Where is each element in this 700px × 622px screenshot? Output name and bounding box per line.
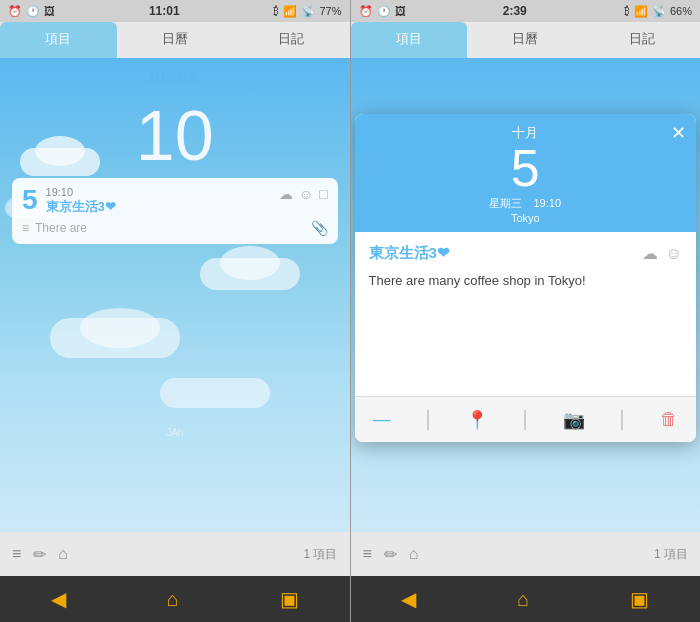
image-icon: 🖼 <box>44 5 55 17</box>
right-pencil-icon[interactable]: ✏ <box>384 545 397 564</box>
left-sky-background: DIARY 10 5 19:10 東京生活3❤ ☁ ☺ □ <box>0 58 350 532</box>
popup-header: 十月 5 星期三 19:10 Tokyo ✕ <box>355 114 697 232</box>
entry-details: 19:10 東京生活3❤ <box>46 186 116 216</box>
entry-left: 5 19:10 東京生活3❤ <box>22 186 116 216</box>
preview-text: There are <box>35 221 87 235</box>
right-sky-background: 十月 5 星期三 19:10 Tokyo ✕ 東京生活3❤ ☁ ☺ There … <box>351 58 701 532</box>
left-tab-calendar[interactable]: 日曆 <box>117 22 234 58</box>
popup-location: Tokyo <box>369 212 683 224</box>
popup-overlay: 十月 5 星期三 19:10 Tokyo ✕ 東京生活3❤ ☁ ☺ There … <box>355 114 697 442</box>
footer-divider-1 <box>427 410 429 430</box>
right-hamburger-icon[interactable]: ≡ <box>363 545 372 563</box>
entry-preview: ≡ There are <box>22 221 87 235</box>
left-status-bar: ⏰ 🕐 🖼 11:01 ₿ 📶 📡 77% <box>0 0 350 22</box>
popup-trash-icon[interactable]: 🗑 <box>660 409 678 430</box>
left-panel: ⏰ 🕐 🖼 11:01 ₿ 📶 📡 77% 項目 日曆 日記 <box>0 0 350 622</box>
popup-footer: — 📍 📷 🗑 <box>355 396 697 442</box>
left-android-nav: ◀ ⌂ ▣ <box>0 576 350 622</box>
entry-title: 東京生活3❤ <box>46 198 116 216</box>
right-android-nav: ◀ ⌂ ▣ <box>351 576 701 622</box>
right-tab-bar: 項目 日曆 日記 <box>351 22 701 58</box>
clock-icon: 🕐 <box>26 5 40 18</box>
popup-entry-icons: ☁ ☺ <box>642 244 682 263</box>
right-nav-icons: ≡ ✏ ⌂ <box>363 545 419 564</box>
entry-card[interactable]: 5 19:10 東京生活3❤ ☁ ☺ □ ≡ There are 📎 <box>12 178 338 244</box>
right-status-left: ⏰ 🕐 🖼 <box>359 5 406 18</box>
popup-body[interactable]: 東京生活3❤ ☁ ☺ There are many coffee shop in… <box>355 232 697 396</box>
close-button[interactable]: ✕ <box>671 122 686 144</box>
popup-minus-icon[interactable]: — <box>373 409 391 430</box>
right-status-bar: ⏰ 🕐 🖼 2:39 ₿ 📶 📡 66% <box>351 0 701 22</box>
right-signal-icon: 📡 <box>652 5 666 18</box>
right-alarm-icon: ⏰ <box>359 5 373 18</box>
right-home-button[interactable]: ⌂ <box>517 588 529 611</box>
popup-content: There are many coffee shop in Tokyo! <box>369 271 683 292</box>
right-battery-label: 66% <box>670 5 692 17</box>
entry-bottom: ≡ There are 📎 <box>22 220 328 236</box>
smile-icon: ☺ <box>299 186 313 202</box>
signal-icon: 📡 <box>301 5 315 18</box>
right-tab-calendar[interactable]: 日曆 <box>467 22 584 58</box>
battery-label: 77% <box>319 5 341 17</box>
checkbox-icon: □ <box>319 186 327 202</box>
right-bottom-nav: ≡ ✏ ⌂ 1 項目 <box>351 532 701 576</box>
popup-entry-title: 東京生活3❤ <box>369 244 450 263</box>
home-button[interactable]: ⌂ <box>167 588 179 611</box>
month-number: 10 <box>0 96 350 176</box>
cloud-icon: ☁ <box>279 186 293 202</box>
right-item-count: 1 項目 <box>654 546 688 563</box>
entry-icons: ☁ ☺ □ <box>279 186 328 202</box>
cloud-7 <box>80 308 160 348</box>
back-button[interactable]: ◀ <box>51 587 66 611</box>
popup-camera-icon[interactable]: 📷 <box>563 409 585 431</box>
right-status-right: ₿ 📶 📡 66% <box>624 5 692 18</box>
wifi-icon: 📶 <box>283 5 297 18</box>
cloud-4 <box>200 258 300 290</box>
right-home-icon[interactable]: ⌂ <box>409 545 419 563</box>
bluetooth-icon: ₿ <box>273 5 279 17</box>
left-tab-bar: 項目 日曆 日記 <box>0 22 350 58</box>
hamburger-icon[interactable]: ≡ <box>12 545 21 563</box>
entry-time: 19:10 <box>46 186 116 198</box>
left-tab-diary[interactable]: 日記 <box>233 22 350 58</box>
popup-location-icon[interactable]: 📍 <box>466 409 488 431</box>
recent-button[interactable]: ▣ <box>280 587 299 611</box>
left-bottom-nav: ≡ ✏ ⌂ 1 項目 <box>0 532 350 576</box>
right-tab-diary[interactable]: 日記 <box>584 22 701 58</box>
cloud-8 <box>160 378 270 408</box>
entry-top: 5 19:10 東京生活3❤ ☁ ☺ □ <box>22 186 328 216</box>
popup-smile-icon: ☺ <box>666 245 682 263</box>
right-image-icon: 🖼 <box>395 5 406 17</box>
cloud-5 <box>220 246 280 280</box>
diary-title: DIARY <box>0 70 350 85</box>
left-status-left: ⏰ 🕐 🖼 <box>8 5 55 18</box>
right-clock-icon: 🕐 <box>377 5 391 18</box>
right-recent-button[interactable]: ▣ <box>630 587 649 611</box>
home-icon[interactable]: ⌂ <box>58 545 68 563</box>
pencil-icon[interactable]: ✏ <box>33 545 46 564</box>
popup-day: 5 <box>369 142 683 194</box>
right-panel: ⏰ 🕐 🖼 2:39 ₿ 📶 📡 66% 項目 日曆 日記 十月 5 星期三 1… <box>351 0 701 622</box>
footer-divider-2 <box>524 410 526 430</box>
left-time: 11:01 <box>149 4 180 18</box>
popup-cloud-icon: ☁ <box>642 244 658 263</box>
left-status-right: ₿ 📶 📡 77% <box>273 5 341 18</box>
popup-weektime: 星期三 19:10 <box>369 196 683 211</box>
right-time: 2:39 <box>503 4 527 18</box>
alarm-icon: ⏰ <box>8 5 22 18</box>
footer-divider-3 <box>621 410 623 430</box>
left-nav-icons: ≡ ✏ ⌂ <box>12 545 68 564</box>
left-watermark: JAh <box>166 427 183 438</box>
right-tab-items[interactable]: 項目 <box>351 22 468 58</box>
paperclip-icon: 📎 <box>311 220 328 236</box>
right-wifi-icon: 📶 <box>634 5 648 18</box>
popup-entry-header: 東京生活3❤ ☁ ☺ <box>369 244 683 263</box>
right-bluetooth-icon: ₿ <box>624 5 630 17</box>
item-count: 1 項目 <box>303 546 337 563</box>
entry-day: 5 <box>22 186 38 216</box>
right-back-button[interactable]: ◀ <box>401 587 416 611</box>
left-tab-items[interactable]: 項目 <box>0 22 117 58</box>
menu-icon: ≡ <box>22 221 29 235</box>
cloud-6 <box>50 318 180 358</box>
